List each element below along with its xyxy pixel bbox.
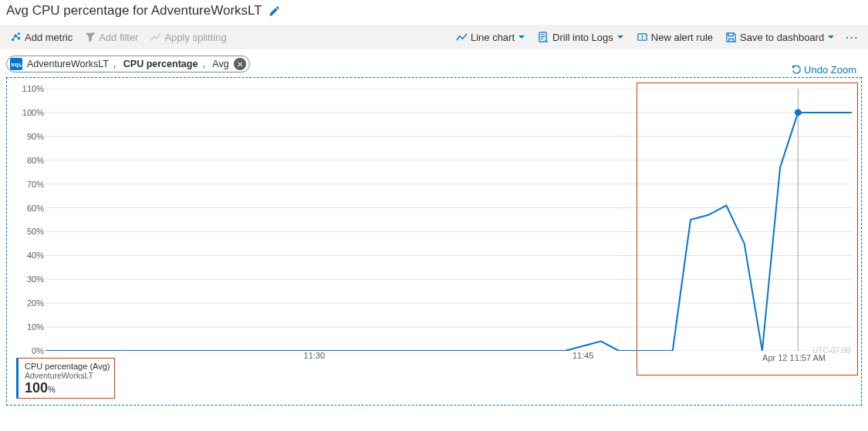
y-tick-label: 110% — [22, 84, 44, 93]
legend-series-name: CPU percentage (Avg) — [25, 362, 110, 371]
y-tick-label: 70% — [27, 180, 44, 189]
y-tick-label: 20% — [27, 298, 44, 308]
pill-resource: AdventureWorksLT — [27, 59, 109, 69]
svg-point-5 — [641, 38, 643, 39]
save-dashboard-label: Save to dashboard — [740, 32, 824, 43]
more-menu-button[interactable]: ··· — [841, 32, 863, 43]
x-tick-label: 11:45 — [572, 351, 594, 360]
chart-plot-area[interactable] — [46, 89, 852, 351]
y-tick-label: 10% — [27, 322, 44, 332]
chart-type-label: Line chart — [471, 32, 515, 43]
undo-zoom-label: Undo Zoom — [804, 64, 856, 76]
add-filter-label: Add filter — [99, 32, 138, 43]
legend-card[interactable]: CPU percentage (Avg) AdventureWorksLT 10… — [16, 358, 115, 399]
pill-remove-icon[interactable]: ✕ — [234, 58, 246, 70]
drill-logs-dropdown[interactable]: Drill into Logs — [532, 25, 630, 49]
y-tick-label: 0% — [32, 346, 44, 355]
add-filter-button[interactable]: Add filter — [79, 25, 144, 49]
y-tick-label: 30% — [27, 274, 44, 284]
pill-agg: Avg — [212, 59, 228, 69]
add-metric-button[interactable]: Add metric — [5, 25, 79, 49]
undo-zoom-button[interactable]: Undo Zoom — [792, 64, 856, 76]
legend-unit: % — [48, 385, 56, 394]
metric-pill[interactable]: sqʟ AdventureWorksLT, CPU percentage, Av… — [6, 56, 250, 72]
y-tick-label: 60% — [27, 204, 44, 213]
new-alert-button[interactable]: New alert rule — [630, 25, 719, 49]
sql-resource-icon: sqʟ — [10, 58, 22, 70]
y-tick-label: 40% — [27, 251, 44, 260]
add-metric-label: Add metric — [25, 32, 73, 43]
toolbar: Add metric Add filter Apply splitting Li… — [0, 25, 868, 49]
x-tick-label: 11:30 — [304, 351, 326, 360]
timezone-label: UTC-07:00 — [812, 346, 850, 355]
y-tick-label: 90% — [27, 132, 44, 141]
apply-splitting-button[interactable]: Apply splitting — [144, 25, 232, 49]
pill-metric: CPU percentage — [123, 59, 198, 69]
drill-logs-label: Drill into Logs — [552, 32, 613, 43]
chart-type-dropdown[interactable]: Line chart — [450, 25, 532, 49]
page-title: Avg CPU percentage for AdventureWorksLT — [6, 3, 262, 19]
y-tick-label: 80% — [27, 156, 44, 165]
svg-point-19 — [795, 109, 802, 116]
save-dashboard-dropdown[interactable]: Save to dashboard — [719, 25, 841, 49]
y-tick-label: 50% — [27, 227, 44, 236]
new-alert-label: New alert rule — [651, 32, 713, 43]
apply-splitting-label: Apply splitting — [164, 32, 226, 43]
chart-container: Undo Zoom Apr 12 11:57 AM UTC-07:00 CPU … — [6, 77, 862, 406]
legend-resource-name: AdventureWorksLT — [25, 371, 110, 380]
edit-title-icon[interactable] — [269, 5, 280, 17]
legend-value: 100 — [25, 380, 48, 396]
y-tick-label: 100% — [22, 108, 44, 117]
